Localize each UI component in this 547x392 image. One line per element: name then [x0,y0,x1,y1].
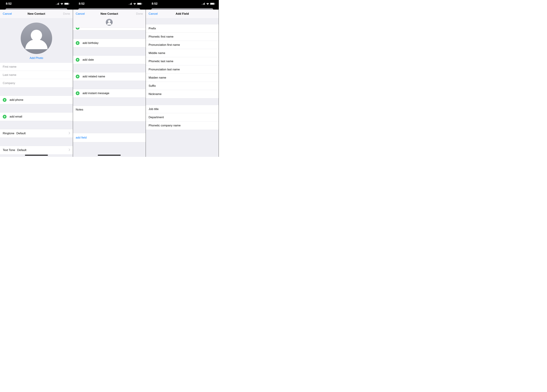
avatar-placeholder-icon[interactable] [21,23,52,54]
field-option-department[interactable]: Department [146,113,219,121]
done-button: Done [48,12,70,16]
chevron-right-icon [69,132,70,135]
add-date-button[interactable]: add date [73,56,146,64]
name-fields-list: Prefix Phonetic first name Pronunciation… [146,24,219,98]
field-option-phonetic-first[interactable]: Phonetic first name [146,33,219,41]
section-gap [0,87,73,96]
nav-title: New Contact [98,12,121,16]
section-gap [73,30,146,39]
modal-background-peek [73,7,146,10]
battery-icon [64,3,69,5]
add-email-button[interactable]: add email [0,113,73,121]
status-time: 8:52 [77,2,85,6]
field-option-phonetic-company[interactable]: Phonetic company name [146,121,219,130]
phone-1: 8:52 Cancel New Contact Done Add Photo F… [0,0,73,157]
phone-3: 8:52 Cancel Add Field Prefix Phonetic fi… [146,0,219,157]
nav-title: Add Field [171,12,193,16]
add-field-label: add field [76,136,87,139]
add-birthday-button[interactable]: add birthday [73,39,146,47]
plus-icon [76,28,80,30]
plus-icon [76,91,80,95]
nav-bar: Cancel New Contact Done [0,10,73,18]
field-option-job-title[interactable]: Job title [146,105,219,113]
content-scroll[interactable]: Prefix Phonetic first name Pronunciation… [146,18,219,157]
ringtone-value: Default [16,132,26,135]
home-indicator[interactable] [25,155,48,156]
nav-bar: Cancel New Contact Done [73,10,146,18]
name-fields-group: First name Last name Company [0,62,73,87]
cancel-button[interactable]: Cancel [76,12,98,16]
ringtone-group: Ringtone Default [0,129,73,138]
nav-title: New Contact [25,12,48,16]
add-email-label: add email [10,115,22,118]
done-button: Done [121,12,143,16]
screen: Cancel New Contact Done add birthday [73,7,146,157]
plus-icon [76,58,80,62]
texttone-label: Text Tone [3,148,15,152]
section-gap [0,104,73,113]
partial-row [73,28,146,30]
texttone-row[interactable]: Text Tone Default [0,146,73,154]
section-gap [0,138,73,146]
wifi-icon [206,3,209,5]
content-scroll[interactable]: add birthday add date add related name [73,28,146,157]
add-photo-button[interactable]: Add Photo [30,56,43,60]
company-field[interactable]: Company [0,79,73,87]
notes-field[interactable]: Notes [73,106,146,121]
avatar-small-icon[interactable] [106,19,113,26]
sticky-nav-header: Cancel New Contact Done [73,10,146,27]
last-name-field[interactable]: Last name [0,71,73,79]
add-related-button[interactable]: add related name [73,73,146,81]
add-instant-message-button[interactable]: add instant message [73,89,146,97]
email-group: add email [0,113,73,121]
section-gap [146,18,219,24]
status-bar: 8:52 [73,0,146,7]
field-option-prefix[interactable]: Prefix [146,24,219,33]
section-gap [73,47,146,56]
section-gap [0,121,73,129]
field-option-pronunciation-first[interactable]: Pronunciation first name [146,41,219,49]
nav-bar: Cancel Add Field [146,10,219,18]
section-gap [146,130,219,157]
status-indicators [129,3,142,5]
first-name-field[interactable]: First name [0,63,73,71]
screen: Cancel Add Field Prefix Phonetic first n… [146,7,219,157]
cellular-icon [129,3,132,5]
status-time: 8:52 [150,2,157,6]
field-option-pronunciation-last[interactable]: Pronunciation last name [146,66,219,74]
status-time: 8:52 [4,2,12,6]
field-option-phonetic-last[interactable]: Phonetic last name [146,57,219,66]
home-indicator[interactable] [98,155,121,156]
status-bar: 8:52 [0,0,73,7]
cancel-button[interactable]: Cancel [149,12,171,16]
battery-icon [137,3,142,5]
field-option-maiden-name[interactable]: Maiden name [146,74,219,82]
ringtone-row[interactable]: Ringtone Default [0,129,73,138]
content-scroll[interactable]: Add Photo First name Last name Company a… [0,18,73,157]
notes-label: Notes [76,108,83,111]
texttone-group: Text Tone Default [0,146,73,154]
modal-background-peek [146,7,219,10]
add-birthday-label: add birthday [82,41,99,45]
field-option-suffix[interactable]: Suffix [146,82,219,90]
status-indicators [56,3,69,5]
phone-2: 8:52 Cancel New Contact Done ad [73,0,146,157]
plus-icon [76,41,80,45]
cancel-button[interactable]: Cancel [3,12,25,16]
cellular-icon [56,3,59,5]
modal-background-peek [0,7,73,10]
add-field-button[interactable]: add field [73,133,146,142]
status-bar: 8:52 [146,0,219,7]
add-date-label: add date [82,58,94,61]
field-option-middle-name[interactable]: Middle name [146,49,219,57]
section-gap [146,98,219,105]
screen: Cancel New Contact Done Add Photo First … [0,7,73,157]
add-phone-label: add phone [10,98,23,102]
section-gap [73,97,146,106]
phone-group: add phone [0,96,73,104]
field-option-nickname[interactable]: Nickname [146,90,219,98]
status-indicators [202,3,214,5]
texttone-value: Default [17,148,26,152]
add-phone-button[interactable]: add phone [0,96,73,104]
chevron-right-icon [69,148,70,152]
